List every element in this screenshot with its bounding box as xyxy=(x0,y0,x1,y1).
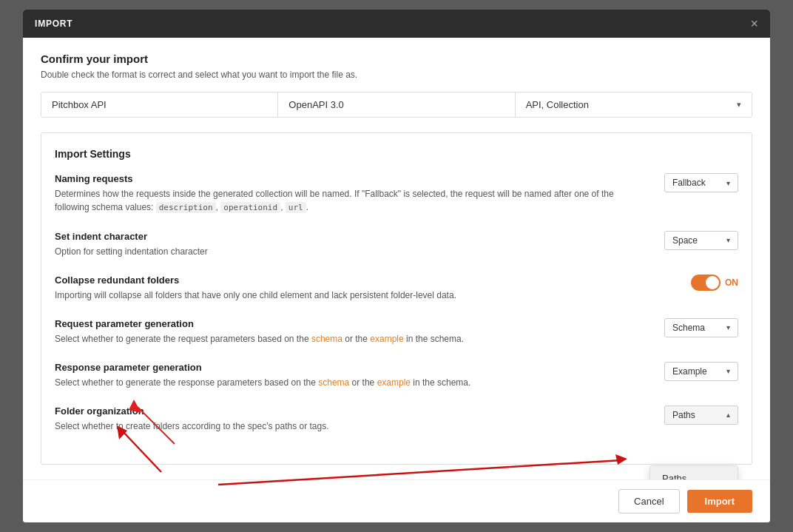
example-link-2[interactable]: example xyxy=(377,377,411,388)
import-settings-title: Import Settings xyxy=(55,148,738,160)
schema-link-2[interactable]: schema xyxy=(318,377,349,388)
folder-organization-value: Paths xyxy=(672,410,695,420)
modal-title: IMPORT xyxy=(35,18,72,29)
request-param-desc: Select whether to generate the request p… xyxy=(55,332,649,346)
naming-requests-desc: Determines how the requests inside the g… xyxy=(55,187,649,215)
request-param-select[interactable]: Schema ▾ xyxy=(664,318,738,337)
setting-response-param: Response parameter generation Select whe… xyxy=(55,362,738,389)
modal-footer: Cancel Import xyxy=(23,479,770,522)
chevron-down-icon: ▾ xyxy=(737,100,741,110)
schema-link[interactable]: schema xyxy=(311,334,342,344)
setting-folder-organization: Folder organization Select whether to cr… xyxy=(55,405,738,433)
modal-header: IMPORT × xyxy=(23,10,770,38)
indent-character-value: Space xyxy=(672,235,698,246)
chevron-down-icon: ▾ xyxy=(726,323,730,331)
folder-organization-desc: Select whether to create folders accordi… xyxy=(55,420,649,433)
response-param-select[interactable]: Example ▾ xyxy=(664,362,738,381)
confirm-title: Confirm your import xyxy=(41,53,752,65)
request-param-label: Request parameter generation xyxy=(55,318,649,329)
response-param-desc: Select whether to generate the response … xyxy=(55,376,649,389)
response-param-label: Response parameter generation xyxy=(55,362,649,373)
import-settings-box: Import Settings Naming requests Determin… xyxy=(41,132,752,465)
chevron-down-icon: ▾ xyxy=(726,179,730,187)
folder-organization-dropdown: Paths Tags xyxy=(649,465,738,479)
toggle-on-label: ON xyxy=(725,277,738,288)
folder-organization-select[interactable]: Paths ▴ xyxy=(664,405,738,425)
folder-organization-label: Folder organization xyxy=(55,405,649,417)
naming-requests-select[interactable]: Fallback ▾ xyxy=(664,173,738,192)
import-button[interactable]: Import xyxy=(687,490,752,513)
indent-character-label: Set indent character xyxy=(55,231,649,242)
format-cell: OpenAPI 3.0 xyxy=(278,92,515,117)
chevron-down-icon: ▾ xyxy=(726,367,730,375)
response-param-value: Example xyxy=(672,366,707,377)
collapse-toggle-container[interactable]: ON xyxy=(691,275,738,291)
dropdown-item-paths[interactable]: Paths xyxy=(650,466,738,479)
import-as-value: API, Collection xyxy=(526,99,589,110)
collapse-folders-label: Collapse redundant folders xyxy=(55,275,676,286)
example-link[interactable]: example xyxy=(370,334,403,344)
confirm-description: Double check the format is correct and s… xyxy=(41,70,752,80)
setting-indent-character: Set indent character Option for setting … xyxy=(55,231,738,258)
import-as-cell[interactable]: API, Collection ▾ xyxy=(516,92,752,117)
chevron-down-icon: ▾ xyxy=(726,236,730,244)
request-param-value: Schema xyxy=(672,323,705,333)
collapse-toggle[interactable] xyxy=(691,275,721,291)
collapse-folders-desc: Importing will collapse all folders that… xyxy=(55,289,676,302)
cancel-button[interactable]: Cancel xyxy=(618,489,679,514)
close-button[interactable]: × xyxy=(750,17,758,30)
naming-requests-value: Fallback xyxy=(672,178,706,188)
file-name-cell: Pitchbox API xyxy=(41,92,278,117)
indent-character-desc: Option for setting indentation character xyxy=(55,245,649,258)
indent-character-select[interactable]: Space ▾ xyxy=(664,231,738,250)
top-bar: Pitchbox API OpenAPI 3.0 API, Collection… xyxy=(41,92,752,118)
chevron-up-icon: ▴ xyxy=(726,411,730,419)
setting-collapse-folders: Collapse redundant folders Importing wil… xyxy=(55,275,738,302)
modal-body: Confirm your import Double check the for… xyxy=(23,38,770,479)
naming-requests-label: Naming requests xyxy=(55,173,649,184)
setting-naming-requests: Naming requests Determines how the reque… xyxy=(55,173,738,215)
setting-request-param: Request parameter generation Select whet… xyxy=(55,318,738,346)
